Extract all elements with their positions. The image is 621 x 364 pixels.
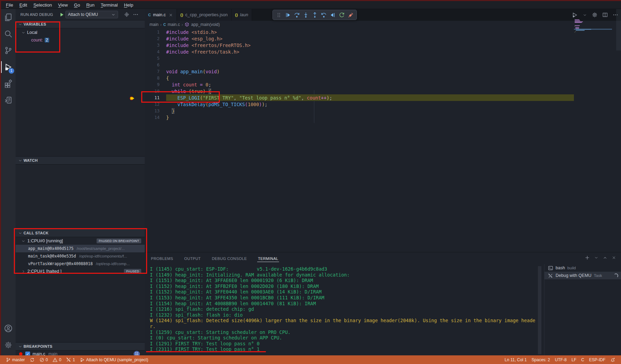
gutter-line-14[interactable]: 14 bbox=[145, 115, 163, 120]
tab-laun[interactable]: {} laun bbox=[232, 9, 252, 21]
menu-go[interactable]: Go bbox=[71, 2, 83, 8]
activity-esp-idf-explorer-icon[interactable] bbox=[1, 92, 16, 109]
gutter-line-5[interactable]: 5 bbox=[145, 56, 163, 61]
editor-scrollbar[interactable] bbox=[616, 9, 621, 50]
activity-settings-gear-icon[interactable] bbox=[1, 337, 16, 353]
status-errors[interactable]: 0 bbox=[37, 355, 51, 364]
debug-disconnect-icon[interactable] bbox=[347, 11, 354, 19]
stack-frame[interactable]: app_main@0x400d5175 /root/test/sample_pr… bbox=[16, 245, 145, 252]
variables-scope-local[interactable]: Local bbox=[16, 29, 145, 36]
breadcrumb-symbol[interactable]: app_main(void) bbox=[191, 22, 220, 27]
status-sync[interactable] bbox=[27, 355, 37, 364]
panel-tab-output[interactable]: OUTPUT bbox=[183, 254, 201, 263]
panel-tab-terminal[interactable]: TERMINAL bbox=[257, 254, 279, 263]
debug-run-icon[interactable] bbox=[572, 12, 578, 18]
terminal-output[interactable]: I (1145) cpu_start: ESP-IDF: v5.1-dev-16… bbox=[145, 266, 542, 356]
debug-reverse-continue-icon[interactable] bbox=[329, 11, 336, 19]
gutter-line-6[interactable]: 6 bbox=[145, 62, 163, 67]
gutter-line-12[interactable]: 12 bbox=[145, 102, 163, 107]
breakpoints-section-header[interactable]: BREAKPOINTS bbox=[16, 342, 145, 351]
terminal-line: I (1153) heap_init: At 3FFE4350 len 0001… bbox=[150, 295, 542, 301]
status-esp-idf[interactable]: ESP-IDF bbox=[587, 355, 608, 364]
chevron-down-icon[interactable] bbox=[583, 13, 587, 17]
call-stack-thread[interactable]: 1:CPU#0 [running] PAUSED ON BREAKPOINT bbox=[16, 237, 145, 245]
terminal-item-bash[interactable]: bash build bbox=[544, 264, 621, 272]
debug-step-back-icon[interactable] bbox=[320, 11, 327, 19]
status-debug[interactable]: Attach to QEMU (sample_project) bbox=[78, 355, 151, 364]
terminal-line: r. bbox=[150, 324, 542, 329]
stack-frame[interactable]: main_task@0x400e535d /opt/esp-idf/compon… bbox=[16, 252, 145, 260]
gutter-line-11[interactable]: 11 bbox=[145, 95, 163, 100]
variables-section-header[interactable]: VARIABLES bbox=[16, 20, 145, 28]
debug-configuration-dropdown[interactable]: Attach to QEMU bbox=[65, 11, 118, 18]
more-actions-icon[interactable] bbox=[132, 11, 140, 18]
debug-settings-gear-icon[interactable] bbox=[123, 11, 130, 18]
gutter-line-13[interactable]: 13 bbox=[145, 108, 163, 113]
debug-restart-icon[interactable] bbox=[338, 11, 345, 19]
activity-account-icon[interactable] bbox=[1, 320, 16, 337]
activity-search-icon[interactable] bbox=[1, 26, 16, 42]
gutter-line-8[interactable]: 8 bbox=[145, 75, 163, 81]
watch-section-header[interactable]: WATCH bbox=[16, 156, 145, 165]
gutter-line-1[interactable]: 1 bbox=[145, 29, 163, 35]
chevron-up-icon[interactable] bbox=[603, 255, 608, 260]
menu-terminal[interactable]: Terminal bbox=[98, 2, 121, 8]
chevron-down-icon[interactable] bbox=[594, 255, 598, 260]
chevron-down-icon bbox=[18, 344, 22, 349]
status-c[interactable]: C bbox=[579, 355, 587, 364]
split-editor-icon[interactable] bbox=[602, 12, 608, 18]
gutter-line-7[interactable]: 7 bbox=[145, 69, 163, 74]
variable-row-count[interactable]: count: 2 bbox=[16, 37, 145, 44]
minimap[interactable] bbox=[574, 18, 612, 46]
activity-source-control-icon[interactable] bbox=[1, 42, 16, 59]
start-debug-button[interactable] bbox=[58, 11, 65, 18]
menu-selection[interactable]: Selection bbox=[30, 2, 55, 8]
debug-count-badge: 1 bbox=[9, 68, 14, 74]
status-lf[interactable]: LF bbox=[569, 355, 579, 364]
status-warnings[interactable]: 0 bbox=[50, 355, 64, 364]
status-bell-icon[interactable] bbox=[608, 355, 618, 364]
tab-main.c[interactable]: C main.c bbox=[145, 9, 177, 21]
terminal-item-debug-with-qemu[interactable]: Debug with QEMU Task bbox=[544, 272, 621, 279]
debug-continue-icon[interactable] bbox=[284, 11, 291, 19]
gutter-line-4[interactable]: 4 bbox=[145, 49, 163, 54]
debug-step-out-icon[interactable] bbox=[311, 11, 318, 19]
panel-tab-debug-console[interactable]: DEBUG CONSOLE bbox=[211, 254, 248, 263]
code-area[interactable]: 1 #include <stdio.h> 2 #include <esp_log… bbox=[145, 29, 621, 252]
call-stack-thread[interactable]: 2:CPU#1 [halted ] PAUSED bbox=[16, 268, 145, 275]
bottom-panel: PROBLEMSOUTPUTDEBUG CONSOLETERMINAL I (1… bbox=[145, 252, 621, 355]
plus-icon[interactable] bbox=[585, 255, 590, 260]
debug-step-into-icon[interactable] bbox=[302, 11, 309, 19]
status-git-branch[interactable]: master bbox=[3, 355, 27, 364]
stack-frame[interactable]: vPortTaskWrapper@0x40088018 /opt/esp-idf… bbox=[16, 260, 145, 268]
gutter-line-2[interactable]: 2 bbox=[145, 36, 163, 41]
activity-extensions-icon[interactable] bbox=[1, 75, 16, 92]
status-ln-11-col-1[interactable]: Ln 11, Col 1 bbox=[502, 355, 529, 364]
panel-tab-problems[interactable]: PROBLEMS bbox=[150, 254, 174, 263]
call-stack-section-header[interactable]: CALL STACK bbox=[16, 229, 145, 237]
terminal-scrollbar[interactable] bbox=[538, 266, 541, 354]
terminal-line: I (1232) spi_flash: flash io: dio bbox=[150, 312, 542, 318]
status-tools[interactable]: 1 bbox=[64, 355, 78, 364]
tab-c_cpp_properties.json[interactable]: {} c_cpp_properties.json bbox=[177, 9, 232, 21]
status-utf-8[interactable]: UTF-8 bbox=[552, 355, 569, 364]
close-icon[interactable] bbox=[169, 13, 173, 17]
activity-run-and-debug-icon[interactable]: 1 bbox=[1, 59, 16, 75]
breadcrumb-file[interactable]: main.c bbox=[168, 22, 180, 27]
menu-edit[interactable]: Edit bbox=[16, 2, 30, 8]
debug-step-over-icon[interactable] bbox=[293, 11, 300, 19]
call-stack-body: 1:CPU#0 [running] PAUSED ON BREAKPOINT a… bbox=[16, 237, 145, 275]
breadcrumb[interactable]: main › C main.c › app_main(void) bbox=[145, 21, 621, 28]
settings-gear-icon[interactable] bbox=[592, 12, 597, 18]
gutter-line-9[interactable]: 9 bbox=[145, 82, 163, 87]
gutter-line-10[interactable]: 10 bbox=[145, 88, 163, 94]
menu-help[interactable]: Help bbox=[121, 2, 136, 8]
menu-file[interactable]: File bbox=[3, 2, 16, 8]
gutter-line-3[interactable]: 3 bbox=[145, 43, 163, 48]
menu-view[interactable]: View bbox=[55, 2, 71, 8]
close-icon[interactable] bbox=[612, 255, 616, 260]
activity-files-icon[interactable] bbox=[1, 9, 16, 26]
breadcrumb-folder[interactable]: main bbox=[150, 22, 159, 27]
menu-run[interactable]: Run bbox=[83, 2, 98, 8]
status-spaces-2[interactable]: Spaces: 2 bbox=[529, 355, 552, 364]
